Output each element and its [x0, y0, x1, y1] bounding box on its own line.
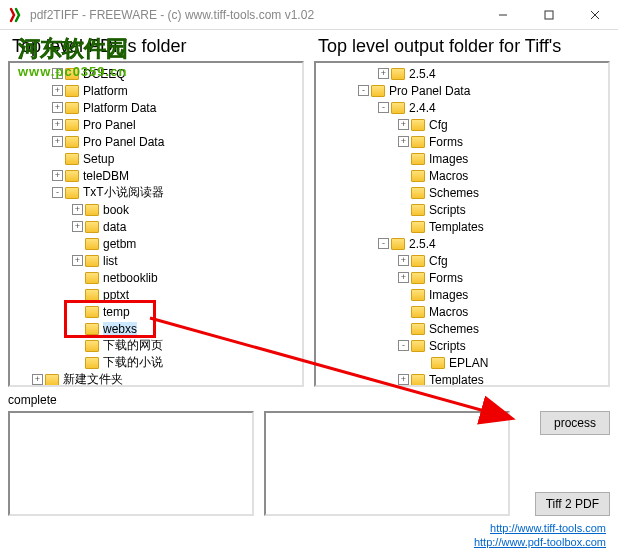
tree-item[interactable]: netbooklib	[12, 269, 300, 286]
folder-icon	[65, 119, 79, 131]
folder-icon	[85, 289, 99, 301]
tree-item[interactable]: +list	[12, 252, 300, 269]
folder-icon	[411, 170, 425, 182]
expand-icon[interactable]: +	[72, 255, 83, 266]
tree-item[interactable]: Templates	[318, 218, 606, 235]
tree-item[interactable]: -Pro Panel Data	[318, 82, 606, 99]
tree-label: TxT小说阅读器	[83, 184, 164, 201]
minimize-button[interactable]	[480, 0, 526, 30]
tree-label: Templates	[429, 220, 484, 234]
expand-icon[interactable]: +	[52, 170, 63, 181]
tree-item[interactable]: webxs	[12, 320, 300, 337]
tiff2pdf-button[interactable]: Tiff 2 PDF	[535, 492, 610, 516]
collapse-icon[interactable]: -	[52, 187, 63, 198]
tree-label: data	[103, 220, 126, 234]
tree-item[interactable]: Images	[318, 150, 606, 167]
tree-label: Scripts	[429, 203, 466, 217]
expand-icon[interactable]: +	[398, 119, 409, 130]
tree-item[interactable]: +Forms	[318, 133, 606, 150]
expand-icon[interactable]: +	[378, 68, 389, 79]
folder-icon	[65, 136, 79, 148]
maximize-button[interactable]	[526, 0, 572, 30]
tree-item[interactable]: pptxt	[12, 286, 300, 303]
tree-item[interactable]: 下载的网页	[12, 337, 300, 354]
tree-item[interactable]: +teleDBM	[12, 167, 300, 184]
tree-item[interactable]: getbm	[12, 235, 300, 252]
tree-item[interactable]: temp	[12, 303, 300, 320]
expand-icon[interactable]: +	[398, 374, 409, 385]
expand-icon[interactable]: +	[72, 204, 83, 215]
tree-item[interactable]: +Pro Panel	[12, 116, 300, 133]
close-button[interactable]	[572, 0, 618, 30]
process-button[interactable]: process	[540, 411, 610, 435]
tree-item[interactable]: -2.5.4	[318, 235, 606, 252]
tree-label: Macros	[429, 305, 468, 319]
tree-label: 下载的网页	[103, 337, 163, 354]
tree-label: Macros	[429, 169, 468, 183]
tree-item[interactable]: Schemes	[318, 320, 606, 337]
collapse-icon[interactable]: -	[398, 340, 409, 351]
tree-item[interactable]: +DCEEQ	[12, 65, 300, 82]
folder-icon	[65, 153, 79, 165]
collapse-icon[interactable]: -	[378, 238, 389, 249]
tree-item[interactable]: +Platform Data	[12, 99, 300, 116]
expand-icon[interactable]: +	[32, 374, 43, 385]
tree-item[interactable]: +Templates	[318, 371, 606, 387]
link-pdftoolbox[interactable]: http://www.pdf-toolbox.com	[0, 536, 606, 548]
expand-icon[interactable]: +	[52, 85, 63, 96]
expand-icon[interactable]: +	[52, 136, 63, 147]
tree-label: 2.5.4	[409, 67, 436, 81]
tree-item[interactable]: Schemes	[318, 184, 606, 201]
tree-item[interactable]: +Forms	[318, 269, 606, 286]
collapse-icon[interactable]: -	[358, 85, 369, 96]
tree-item[interactable]: Macros	[318, 303, 606, 320]
svg-rect-1	[545, 11, 553, 19]
status-spacer	[264, 393, 510, 407]
status-box-left	[8, 411, 254, 516]
left-tree[interactable]: +DCEEQ+Platform+Platform Data+Pro Panel+…	[8, 61, 304, 387]
tree-item[interactable]: Scripts	[318, 201, 606, 218]
tree-label: 2.5.4	[409, 237, 436, 251]
link-tifftools[interactable]: http://www.tiff-tools.com	[0, 522, 606, 534]
folder-icon	[85, 204, 99, 216]
expand-icon[interactable]: +	[72, 221, 83, 232]
footer-links: http://www.tiff-tools.com http://www.pdf…	[0, 516, 618, 553]
tree-item[interactable]: +book	[12, 201, 300, 218]
expand-icon[interactable]: +	[398, 136, 409, 147]
tree-item[interactable]: +Cfg	[318, 116, 606, 133]
expand-icon[interactable]: +	[398, 255, 409, 266]
tree-item[interactable]: Setup	[12, 150, 300, 167]
tree-item[interactable]: +data	[12, 218, 300, 235]
tree-label: book	[103, 203, 129, 217]
folder-icon	[411, 272, 425, 284]
tree-item[interactable]: -TxT小说阅读器	[12, 184, 300, 201]
tree-item[interactable]: +Platform	[12, 82, 300, 99]
folder-icon	[65, 85, 79, 97]
tree-item[interactable]: Images	[318, 286, 606, 303]
folder-icon	[431, 357, 445, 369]
tree-item[interactable]: 下载的小说	[12, 354, 300, 371]
folder-icon	[85, 357, 99, 369]
tree-item[interactable]: +Cfg	[318, 252, 606, 269]
tree-label: Scripts	[429, 339, 466, 353]
tree-label: Platform	[83, 84, 128, 98]
expand-icon[interactable]: +	[52, 102, 63, 113]
tree-item[interactable]: EPLAN	[318, 354, 606, 371]
annotation-box	[64, 300, 156, 338]
tree-item[interactable]: +Pro Panel Data	[12, 133, 300, 150]
tree-item[interactable]: +新建文件夹	[12, 371, 300, 387]
tree-item[interactable]: +2.5.4	[318, 65, 606, 82]
expand-icon[interactable]: +	[398, 272, 409, 283]
tree-item[interactable]: Macros	[318, 167, 606, 184]
expand-icon[interactable]: +	[52, 119, 63, 130]
right-tree[interactable]: +2.5.4-Pro Panel Data-2.4.4+Cfg+FormsIma…	[314, 61, 610, 387]
folder-icon	[411, 136, 425, 148]
expand-icon[interactable]: +	[52, 68, 63, 79]
tree-label: Images	[429, 288, 468, 302]
tree-item[interactable]: -Scripts	[318, 337, 606, 354]
status-label: complete	[8, 393, 254, 407]
tree-item[interactable]: -2.4.4	[318, 99, 606, 116]
collapse-icon[interactable]: -	[378, 102, 389, 113]
folder-icon	[411, 153, 425, 165]
tree-label: Pro Panel	[83, 118, 136, 132]
